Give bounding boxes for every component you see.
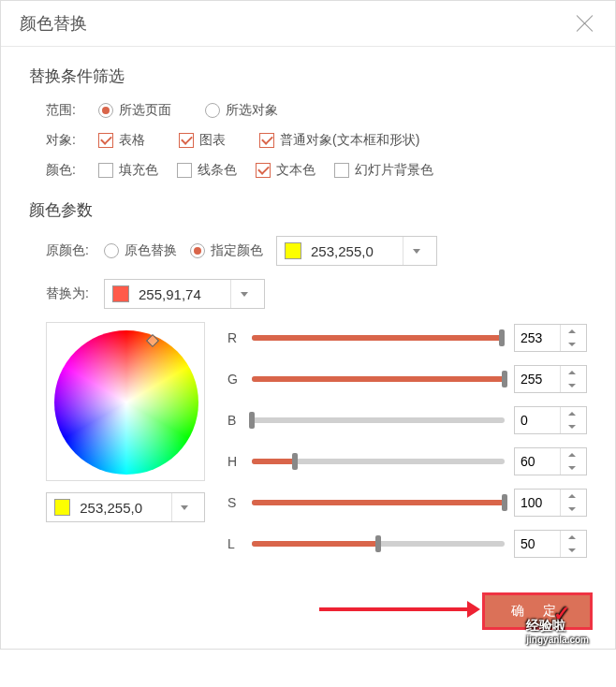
label-color: 颜色: (46, 162, 98, 179)
spin-up-icon[interactable] (561, 448, 582, 461)
slider-track-s[interactable] (252, 500, 505, 505)
spinner (560, 490, 582, 516)
radio-selected-pages[interactable]: 所选页面 (98, 102, 171, 119)
checkbox-icon (98, 133, 113, 148)
slider-thumb-icon[interactable] (249, 412, 255, 429)
radio-selected-objects[interactable]: 所选对象 (205, 102, 278, 119)
row-object: 对象: 表格 图表 普通对象(文本框和形状) (29, 132, 587, 149)
spin-down-icon[interactable] (561, 420, 582, 433)
slider-thumb-icon[interactable] (502, 371, 507, 387)
slider-track-g[interactable] (252, 376, 505, 382)
spin-up-icon[interactable] (561, 407, 582, 420)
number-input-h (514, 447, 587, 475)
color-wheel[interactable] (46, 322, 205, 481)
picker-left-column: 253,255,0 (46, 322, 205, 558)
slider-thumb-icon[interactable] (499, 329, 505, 346)
checkbox-icon (179, 133, 194, 148)
dialog-title: 颜色替换 (20, 12, 87, 35)
slider-track-r[interactable] (252, 335, 505, 341)
row-color: 颜色: 填充色 线条色 文本色 幻灯片背景色 (29, 162, 587, 179)
slider-label: B (227, 413, 242, 428)
slider-thumb-icon[interactable] (292, 453, 298, 470)
spin-down-icon[interactable] (561, 338, 582, 351)
label-orig-color: 原颜色: (46, 242, 104, 259)
replace-color-dropdown[interactable]: 255,91,74 (104, 279, 265, 309)
slider-fill (252, 500, 505, 505)
slider-row-b: B (227, 406, 587, 434)
spin-up-icon[interactable] (561, 490, 582, 503)
radio-icon (190, 243, 205, 258)
orig-color-value: 253,255,0 (311, 243, 395, 259)
number-input-l (514, 530, 587, 558)
slider-label: L (227, 536, 242, 551)
checkbox-line-color[interactable]: 线条色 (177, 162, 237, 179)
dialog-content: 替换条件筛选 范围: 所选页面 所选对象 对象: 表格 图表 普通对象(文本框和… (1, 47, 615, 581)
slider-row-h: H (227, 447, 587, 475)
close-icon[interactable] (574, 12, 596, 35)
channel-value-input[interactable] (515, 413, 560, 428)
checkbox-icon (334, 163, 349, 178)
channel-value-input[interactable] (515, 536, 560, 551)
row-scope: 范围: 所选页面 所选对象 (29, 102, 587, 119)
checkbox-fill-color[interactable]: 填充色 (98, 162, 158, 179)
spinner (560, 407, 582, 433)
chevron-down-icon (230, 280, 257, 308)
spin-up-icon[interactable] (561, 325, 582, 338)
slider-track-h[interactable] (252, 459, 505, 464)
checkbox-slide-bg-color[interactable]: 幻灯片背景色 (334, 162, 433, 179)
section-filter-title: 替换条件筛选 (29, 66, 587, 87)
row-replace-with: 替换为: 255,91,74 (29, 279, 587, 309)
slider-fill (252, 335, 502, 341)
annotation-arrow (319, 607, 469, 611)
color-wheel-gradient (54, 330, 198, 475)
titlebar: 颜色替换 (1, 1, 615, 47)
radio-replace-original[interactable]: 原色替换 (104, 242, 177, 259)
picker-color-dropdown[interactable]: 253,255,0 (46, 492, 205, 522)
radio-icon (104, 243, 119, 258)
spin-down-icon[interactable] (561, 379, 582, 392)
slider-fill (252, 541, 378, 547)
slider-track-b[interactable] (252, 417, 505, 423)
orig-color-dropdown[interactable]: 253,255,0 (276, 236, 437, 266)
spin-up-icon[interactable] (561, 531, 582, 544)
spinner (560, 325, 582, 351)
checkbox-chart[interactable]: 图表 (179, 132, 226, 149)
picker-color-value: 253,255,0 (80, 500, 164, 516)
slider-track-l[interactable] (252, 541, 505, 547)
checkbox-icon (256, 163, 271, 178)
dialog-footer: 确 定 经验啦 ✓ jingyanla.com (1, 581, 615, 649)
checkbox-icon (177, 163, 192, 178)
number-input-r (514, 324, 587, 352)
color-swatch-icon (285, 242, 301, 259)
channel-value-input[interactable] (515, 372, 560, 387)
spin-up-icon[interactable] (561, 366, 582, 379)
channel-sliders: RGBHSL (227, 322, 587, 558)
radio-specify-color[interactable]: 指定颜色 (190, 242, 263, 259)
color-picker-area: 253,255,0 RGBHSL (29, 322, 587, 558)
checkbox-text-color[interactable]: 文本色 (256, 162, 315, 179)
channel-value-input[interactable] (515, 330, 560, 345)
spin-down-icon[interactable] (561, 461, 582, 475)
color-swatch-icon (112, 285, 129, 302)
arrow-head-icon (467, 601, 480, 618)
section-params-title: 颜色参数 (29, 199, 587, 221)
replace-color-value: 255,91,74 (139, 286, 223, 302)
checkbox-table[interactable]: 表格 (98, 132, 145, 149)
row-orig-color: 原颜色: 原色替换 指定颜色 253,255,0 (29, 236, 587, 266)
watermark: 经验啦 ✓ jingyanla.com (526, 618, 589, 645)
slider-thumb-icon[interactable] (502, 494, 507, 511)
spinner (560, 366, 582, 392)
number-input-g (514, 365, 587, 393)
radio-icon (205, 103, 220, 118)
checkbox-normal-object[interactable]: 普通对象(文本框和形状) (259, 132, 419, 149)
color-replace-dialog: 颜色替换 替换条件筛选 范围: 所选页面 所选对象 对象: 表格 图表 普通对象… (0, 0, 616, 650)
channel-value-input[interactable] (515, 495, 560, 510)
slider-thumb-icon[interactable] (375, 535, 381, 552)
slider-label: R (227, 330, 242, 345)
spinner (560, 448, 582, 475)
channel-value-input[interactable] (515, 454, 560, 469)
spin-down-icon[interactable] (561, 544, 582, 557)
spinner (560, 531, 582, 557)
spin-down-icon[interactable] (561, 503, 582, 516)
arrow-line-icon (319, 607, 469, 611)
